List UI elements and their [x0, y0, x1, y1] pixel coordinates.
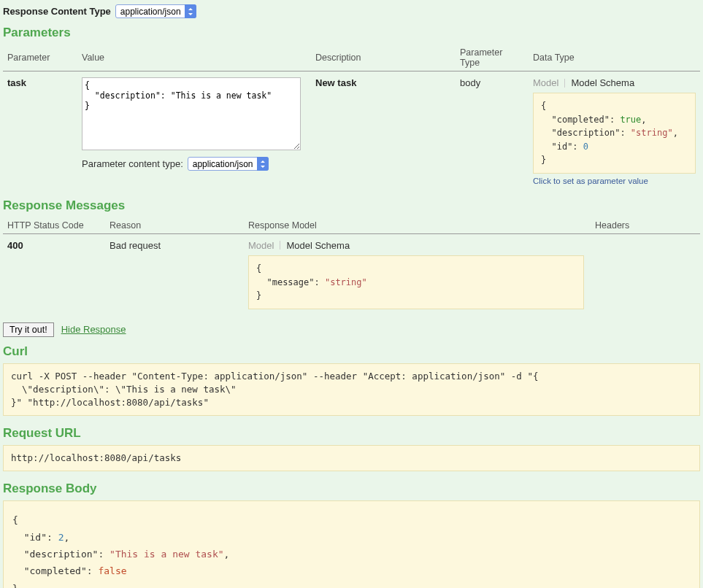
reason: Bad request: [110, 240, 161, 251]
col-parameter: Parameter: [3, 45, 77, 71]
param-content-type-label: Parameter content type:: [82, 158, 183, 169]
param-model-schema[interactable]: { "completed": true, "description": "str…: [533, 93, 696, 174]
try-it-out-button[interactable]: Try it out!: [3, 322, 54, 337]
col-parameter-type: Parameter Type: [456, 45, 529, 71]
curl-output: curl -X POST --header "Content-Type: app…: [3, 363, 700, 416]
parameters-table: Parameter Value Description Parameter Ty…: [3, 45, 700, 191]
response-body-output: { "id": 2, "description": "This is a new…: [3, 500, 700, 588]
tab-model[interactable]: Model: [248, 240, 274, 251]
request-url-output: http://localhost:8080/api/tasks: [3, 445, 700, 471]
response-message-row: 400 Bad request Model Model Schema { "me…: [3, 233, 700, 314]
response-model-schema: { "message": "string" }: [248, 255, 584, 309]
tab-separator: [564, 79, 565, 88]
response-messages-table: HTTP Status Code Reason Response Model H…: [3, 217, 700, 315]
param-value-textarea[interactable]: [82, 77, 301, 150]
tab-model[interactable]: Model: [533, 77, 558, 88]
tab-separator: [280, 241, 280, 249]
curl-heading: Curl: [3, 344, 700, 359]
parameter-row: task Parameter content type: application…: [3, 71, 700, 191]
col-status-code: HTTP Status Code: [3, 217, 105, 234]
response-messages-heading: Response Messages: [3, 198, 700, 213]
param-content-type-select[interactable]: application/json: [188, 157, 269, 171]
param-type: body: [460, 77, 480, 88]
param-name: task: [7, 77, 26, 88]
response-content-type-select[interactable]: application/json: [115, 4, 196, 18]
hide-response-link[interactable]: Hide Response: [61, 324, 126, 335]
param-description: New task: [315, 77, 356, 88]
tab-model-schema[interactable]: Model Schema: [286, 240, 350, 251]
tab-model-schema[interactable]: Model Schema: [571, 77, 634, 88]
col-value: Value: [77, 45, 311, 71]
response-body-heading: Response Body: [3, 481, 700, 496]
parameters-heading: Parameters: [3, 26, 700, 40]
request-url-heading: Request URL: [3, 426, 700, 441]
set-param-value-hint[interactable]: Click to set as parameter value: [533, 177, 696, 185]
col-data-type: Data Type: [529, 45, 700, 71]
col-reason: Reason: [105, 217, 244, 234]
col-description: Description: [311, 45, 456, 71]
col-headers: Headers: [591, 217, 700, 234]
response-content-type-label: Response Content Type: [3, 6, 111, 17]
col-response-model: Response Model: [244, 217, 591, 234]
status-code: 400: [7, 240, 23, 251]
